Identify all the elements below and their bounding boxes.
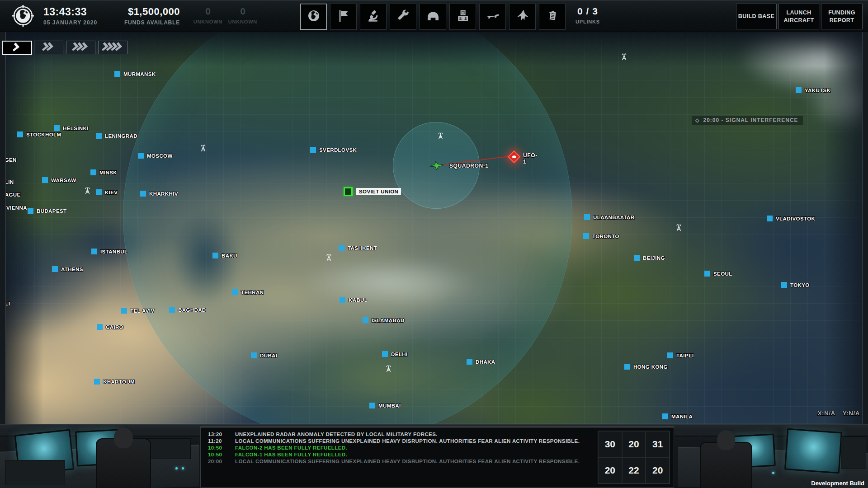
log-time: 13:20 — [208, 432, 235, 437]
time-speed-button-2[interactable] — [34, 41, 63, 54]
city-label: KABUL — [349, 297, 368, 303]
chevron-icon — [42, 42, 56, 53]
toolbar-aircraft-button[interactable] — [509, 4, 536, 30]
radio-tower-icon — [326, 253, 332, 263]
city-square-icon — [340, 297, 345, 303]
city-square-icon — [667, 352, 673, 358]
city-marker: KIEV — [96, 189, 118, 195]
city-label: ISTANBUL — [100, 249, 127, 254]
city-marker: LENINGRAD — [96, 133, 137, 139]
funds-value: $1,500,000 — [112, 6, 180, 18]
city-label: SEOUL — [713, 271, 732, 277]
city-marker: YAKUTSK — [796, 87, 830, 93]
rifle-icon — [486, 9, 500, 25]
city-marker: TEHRAN — [232, 289, 264, 295]
city-square-icon — [17, 131, 23, 137]
city-marker: MANILA — [662, 413, 693, 419]
city-square-icon — [339, 245, 344, 251]
event-log-panel: 13:20UNEXPLAINED RADAR ANOMALY DETECTED … — [200, 427, 674, 488]
console-panel — [5, 460, 65, 485]
time-speed-button-1[interactable] — [2, 41, 32, 55]
ufo-marker[interactable]: UFO-1 — [509, 152, 519, 161]
city-label: SVERDLOVSK — [319, 147, 357, 153]
build-base-button[interactable]: BUILD BASE — [736, 4, 777, 29]
city-marker: SVERDLOVSK — [310, 147, 357, 153]
log-time: 20:00 — [208, 459, 235, 464]
city-square-icon — [42, 177, 48, 183]
city-label: LENINGRAD — [105, 133, 137, 139]
city-square-icon — [624, 364, 630, 370]
city-marker: VLADIVOSTOK — [767, 216, 815, 221]
player-base-marker[interactable]: SOVIET UNION — [344, 187, 401, 196]
city-square-icon — [96, 133, 102, 139]
city-square-icon — [767, 216, 773, 221]
city-marker: ATHENS — [52, 266, 83, 272]
city-square-icon — [781, 282, 787, 288]
city-marker: TASHKENT — [339, 245, 377, 251]
time-speed-button-4[interactable] — [98, 41, 127, 54]
cursor-coordinates: X:N/A Y:N/A — [818, 410, 860, 417]
uplinks-label: UPLINKS — [567, 19, 608, 24]
city-label: DELHI — [391, 352, 408, 357]
city-square-icon — [169, 307, 175, 313]
city-label: STOCKHOLM — [26, 132, 61, 137]
city-square-icon — [121, 308, 127, 314]
radio-tower-icon — [437, 131, 444, 142]
city-square-icon — [94, 379, 100, 385]
flag-icon — [336, 9, 351, 25]
squadron-marker[interactable]: SQUADRON-1 — [429, 160, 489, 171]
toolbar-hangar-button[interactable] — [420, 4, 446, 30]
city-marker: BAKU — [212, 253, 237, 258]
unknown-counter: 0 UNKNOWN — [190, 6, 226, 24]
squadron-label: SQUADRON-1 — [449, 163, 489, 169]
world-map[interactable]: MURMANSKYAKUTSKHELSINKISTOCKHOLMLENINGRA… — [0, 31, 868, 424]
city-square-icon — [97, 324, 103, 330]
city-marker: DUBAI — [251, 352, 277, 358]
city-label: ATHENS — [61, 267, 83, 272]
radio-tower-icon — [385, 364, 392, 375]
city-square-icon — [54, 125, 60, 131]
time-speed-button-3[interactable] — [66, 41, 95, 54]
city-square-icon — [140, 191, 146, 197]
city-marker: SEOUL — [704, 271, 732, 277]
city-marker: KHARKHIV — [140, 191, 178, 197]
toolbar-microscope-button[interactable] — [360, 4, 387, 30]
toolbar-rifle-button[interactable] — [479, 4, 506, 30]
toolbar-storage-button[interactable] — [449, 4, 476, 30]
top-bar: 13:43:33 05 JANUARY 2020 $1,500,000 FUND… — [0, 0, 868, 32]
launch-aircraft-button[interactable]: LAUNCH AIRCRAFT — [778, 4, 819, 29]
stats-grid-cell: 31 — [646, 431, 670, 457]
city-label: HONG KONG — [633, 364, 668, 370]
globe-logo-icon — [12, 5, 34, 27]
coord-x: X:N/A — [818, 410, 835, 417]
toolbar-globe-button[interactable] — [300, 4, 327, 30]
chevron-icon — [102, 42, 124, 53]
city-square-icon — [363, 317, 368, 323]
city-label: KHARTOUM — [103, 379, 135, 385]
city-label: MANILA — [671, 414, 693, 419]
toolbar-files-button[interactable] — [539, 4, 566, 30]
city-label: TORONTO — [592, 234, 619, 239]
funding-report-button[interactable]: FUNDING REPORT — [821, 4, 863, 29]
toolbar-wrench-button[interactable] — [390, 4, 416, 30]
uplinks-value: 0 / 3 — [567, 6, 608, 17]
city-label: MINSK — [99, 170, 117, 175]
log-message: FALCON-1 HAS BEEN FULLY REFUELLED. — [235, 452, 347, 457]
city-square-icon — [232, 289, 238, 295]
toolbar-flag-button[interactable] — [330, 4, 357, 30]
dev-build-watermark: Development Build — [811, 480, 864, 487]
operator-silhouette — [717, 430, 735, 450]
log-message: UNEXPLAINED RADAR ANOMALY DETECTED BY LO… — [235, 432, 438, 437]
city-square-icon — [704, 271, 710, 277]
city-marker: ISLAMABAD — [363, 317, 405, 323]
city-label: KIEV — [105, 190, 118, 195]
aircraft-icon — [515, 9, 530, 25]
radio-tower-icon — [200, 144, 207, 154]
city-marker: MURMANSK — [114, 71, 156, 77]
city-label: YAKUTSK — [805, 88, 830, 93]
city-marker: BEIJING — [634, 255, 665, 261]
city-square-icon — [28, 208, 33, 214]
city-square-icon — [583, 233, 589, 239]
ufo-icon — [508, 150, 520, 163]
city-square-icon — [796, 87, 802, 93]
